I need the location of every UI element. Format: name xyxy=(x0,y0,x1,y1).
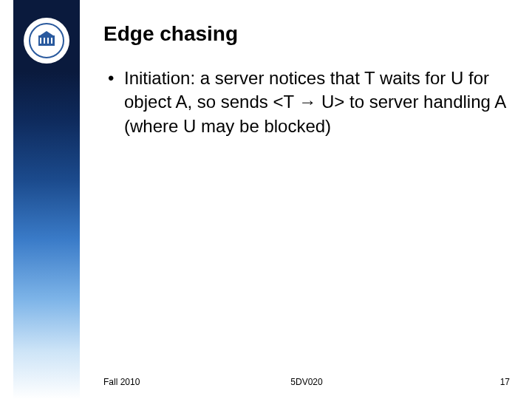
logo-ring-icon xyxy=(29,23,64,58)
footer-page-number: 17 xyxy=(500,377,510,387)
footer-term: Fall 2010 xyxy=(103,377,140,387)
university-logo xyxy=(24,18,69,64)
bullet-list: Initiation: a server notices that T wait… xyxy=(103,66,510,138)
slide-footer: Fall 2010 5DV020 17 xyxy=(103,377,510,387)
footer-course-code: 5DV020 xyxy=(290,377,322,387)
bullet-item: Initiation: a server notices that T wait… xyxy=(124,66,510,138)
slide-title: Edge chasing xyxy=(103,22,510,46)
logo-building-icon xyxy=(38,35,55,46)
slide-content: Edge chasing Initiation: a server notice… xyxy=(103,22,510,138)
